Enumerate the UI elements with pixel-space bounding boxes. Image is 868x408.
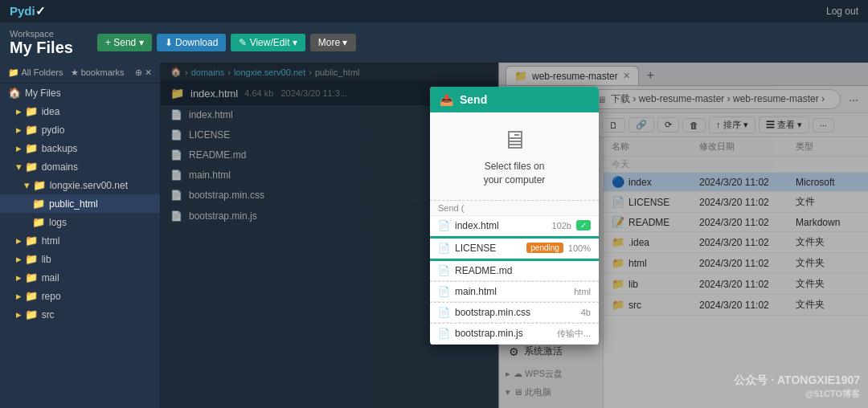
- sidebar-item-repo[interactable]: ▸ 📁 repo: [0, 287, 160, 305]
- send-dialog-body: 🖥 Select files onyour computer Send ( 📄 …: [430, 112, 599, 345]
- folder-icon: ▸ 📁: [16, 105, 38, 117]
- folder-icon: ▸ 📁: [16, 271, 38, 284]
- folder-icon: 📁: [32, 198, 45, 210]
- sidebar-item-html[interactable]: ▸ 📁 html: [0, 231, 160, 250]
- upload-text: Select files onyour computer: [484, 160, 546, 187]
- send-dialog-title: Send: [460, 93, 487, 106]
- folder-icon: ▸ 📁: [16, 235, 38, 247]
- dialog-overlay: 📤 Send 🖥 Select files onyour computer Se…: [161, 63, 868, 408]
- folder-icon: 📁: [32, 216, 45, 228]
- workspace-label: Workspace: [10, 29, 73, 39]
- sidebar-icons: ⊕ ✕: [135, 67, 152, 78]
- sidebar-item-public-html[interactable]: 📁 public_html: [0, 194, 160, 213]
- sidebar-item-label: longxie.serv00.net: [50, 180, 128, 191]
- file-progress: 100%: [568, 243, 591, 253]
- dialog-file-bootstrap-js: 📄 bootstrap.min.js 传输中...: [430, 324, 599, 345]
- file-name: index.html: [455, 220, 547, 231]
- folder-icon: ▸ 📁: [16, 124, 38, 136]
- sidebar-item-lib[interactable]: ▸ 📁 lib: [0, 250, 160, 268]
- send-dialog-header: 📤 Send: [430, 87, 599, 112]
- file-icon: 📄: [438, 286, 450, 297]
- sidebar: 📁 All Folders ★ bookmarks ⊕ ✕ 🏠 My Files…: [0, 63, 161, 408]
- sidebar-item-src[interactable]: ▸ 📁 src: [0, 305, 160, 324]
- folder-icon: ▸ 📁: [16, 290, 38, 302]
- send-progress-label: Send (: [430, 201, 599, 216]
- more-button[interactable]: More ▾: [310, 34, 356, 51]
- file-type: html: [574, 287, 591, 296]
- send-button[interactable]: + Send ▾: [97, 34, 152, 51]
- sidebar-item-label: idea: [42, 106, 60, 117]
- sidebar-item-label: pydio: [42, 124, 65, 136]
- sidebar-item-label: lib: [42, 254, 51, 265]
- send-dialog: 📤 Send 🖥 Select files onyour computer Se…: [430, 87, 599, 345]
- sidebar-item-label: src: [42, 309, 55, 320]
- sub-bar: Workspace My Files + Send ▾ ⬇ Download ✎…: [0, 22, 868, 63]
- sidebar-item-label: mail: [42, 272, 59, 284]
- sidebar-item-longxie[interactable]: ▾ 📁 longxie.serv00.net: [0, 176, 160, 194]
- dialog-file-license: 📄 LICENSE pending 100%: [430, 239, 599, 259]
- file-name: LICENSE: [455, 243, 522, 254]
- file-icon: 📄: [438, 265, 450, 276]
- top-bar: Pydi✓ Log out: [0, 0, 868, 22]
- computer-icon: 🖥: [502, 125, 527, 155]
- sidebar-item-backups[interactable]: ▸ 📁 backups: [0, 139, 160, 157]
- sidebar-header: 📁 All Folders ★ bookmarks ⊕ ✕: [0, 63, 160, 84]
- folder-icon: ▸ 📁: [16, 142, 38, 154]
- upload-area[interactable]: 🖥 Select files onyour computer: [430, 112, 599, 201]
- file-name: README.md: [455, 265, 591, 276]
- file-meta: 传输中...: [557, 328, 591, 340]
- sidebar-item-label: My Files: [25, 88, 61, 99]
- folder-icon: ▾ 📁: [24, 179, 46, 191]
- sidebar-item-label: public_html: [49, 198, 98, 210]
- sidebar-item-label: backups: [42, 143, 78, 154]
- status-badge: pending: [526, 243, 563, 253]
- file-icon: 📄: [438, 328, 450, 339]
- file-name: bootstrap.min.js: [455, 328, 552, 339]
- page-title: My Files: [10, 39, 73, 56]
- sidebar-item-label: logs: [49, 217, 67, 228]
- folder-icon: ▾ 📁: [16, 161, 38, 173]
- download-button[interactable]: ⬇ Download: [157, 34, 227, 51]
- file-size: 102b: [552, 221, 571, 231]
- sidebar-item-idea[interactable]: ▸ 📁 idea: [0, 102, 160, 120]
- home-icon: 🏠: [8, 87, 21, 99]
- file-icon: 📄: [438, 243, 450, 254]
- toolbar-buttons: + Send ▾ ⬇ Download ✎ View/Edit ▾ More ▾: [97, 34, 356, 51]
- folder-icon: ▸ 📁: [16, 308, 38, 320]
- sidebar-item-label: domains: [42, 161, 78, 173]
- file-name: bootstrap.min.css: [455, 307, 576, 318]
- view-edit-button[interactable]: ✎ View/Edit ▾: [231, 34, 305, 51]
- sidebar-item-domains[interactable]: ▾ 📁 domains: [0, 157, 160, 176]
- sidebar-item-myfiles[interactable]: 🏠 My Files: [0, 84, 160, 102]
- sidebar-item-label: html: [42, 235, 60, 247]
- dialog-file-readme: 📄 README.md: [430, 261, 599, 281]
- sidebar-item-logs[interactable]: 📁 logs: [0, 213, 160, 231]
- file-icon: 📄: [438, 307, 450, 318]
- dialog-file-index: 📄 index.html 102b ✓: [430, 216, 599, 236]
- dialog-file-main: 📄 main.html html: [430, 282, 599, 302]
- folder-icon: ▸ 📁: [16, 253, 38, 265]
- sidebar-item-pydio[interactable]: ▸ 📁 pydio: [0, 120, 160, 139]
- main-layout: 📁 All Folders ★ bookmarks ⊕ ✕ 🏠 My Files…: [0, 63, 868, 408]
- all-folders-label: 📁 All Folders ★ bookmarks: [8, 67, 124, 78]
- file-icon: 📄: [438, 220, 450, 231]
- sidebar-item-label: repo: [42, 291, 61, 302]
- send-file-list: 📄 index.html 102b ✓ 📄 LICENSE pending 10…: [430, 216, 599, 345]
- file-name: main.html: [455, 286, 569, 297]
- status-badge: ✓: [576, 220, 591, 231]
- app-logo: Pydi✓: [10, 4, 46, 18]
- file-size: 4b: [581, 308, 591, 317]
- logout-button[interactable]: Log out: [826, 6, 858, 17]
- dialog-file-bootstrap-css: 📄 bootstrap.min.css 4b: [430, 303, 599, 323]
- content-area: 🏠 › domains › longxie.serv00.net › publi…: [161, 63, 868, 408]
- send-icon: 📤: [440, 93, 453, 106]
- sidebar-item-mail[interactable]: ▸ 📁 mail: [0, 268, 160, 287]
